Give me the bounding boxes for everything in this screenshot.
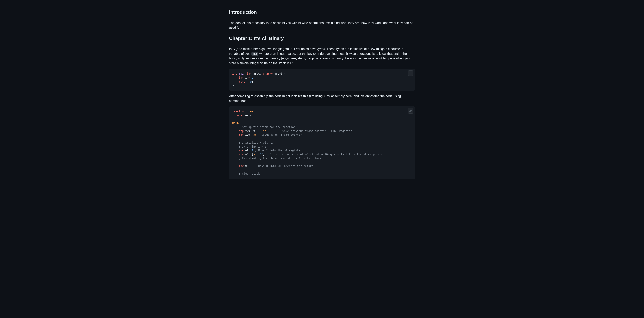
code-content: int main(int argc, char** argv) { int x … — [229, 69, 415, 91]
copy-icon — [409, 108, 412, 113]
heading-chapter1: Chapter 1: It's All Binary — [229, 35, 415, 43]
code-block-asm: .section .text .global main main: ; Set … — [229, 106, 415, 179]
chapter1-paragraph: In C (and most other high-level language… — [229, 47, 415, 66]
intro-paragraph: The goal of this repository is to acquai… — [229, 20, 415, 30]
after-compile-paragraph: After compiling to assembly, the code mi… — [229, 94, 415, 103]
types-emphasis: types — [317, 47, 325, 50]
text: In C (and most other high-level language… — [229, 47, 317, 50]
copy-button[interactable] — [408, 70, 413, 76]
copy-icon — [409, 71, 412, 75]
code-content: .section .text .global main main: ; Set … — [229, 106, 415, 179]
heading-introduction: Introduction — [229, 9, 415, 17]
code-block-c: int main(int argc, char** argv) { int x … — [229, 69, 415, 91]
inline-code-int: int — [252, 52, 258, 56]
copy-button[interactable] — [408, 108, 413, 114]
